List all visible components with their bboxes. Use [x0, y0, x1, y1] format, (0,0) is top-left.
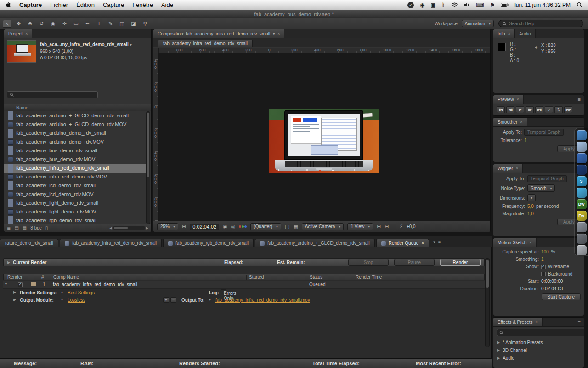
- mask-visibility-icon[interactable]: ⊟: [385, 224, 389, 230]
- render-settings-template-link[interactable]: Best Settings: [68, 290, 95, 295]
- twirl-icon[interactable]: ▶: [497, 340, 500, 345]
- play-button[interactable]: ▶: [516, 106, 524, 113]
- project-item[interactable]: fab_academy_bus_demo_rdv_small: [4, 146, 147, 155]
- tab-composition[interactable]: Composition: fab_academy_infra_red_demo_…: [153, 29, 284, 38]
- magnitude-value[interactable]: 1,0: [527, 211, 534, 216]
- project-search-field[interactable]: [7, 91, 98, 98]
- twirl-icon[interactable]: ▾: [5, 282, 7, 286]
- shape-tool[interactable]: ▭: [72, 20, 80, 28]
- render-item-checkbox[interactable]: [18, 282, 23, 287]
- close-icon[interactable]: ×: [516, 166, 518, 171]
- project-column-header[interactable]: Name: [4, 104, 151, 111]
- interpret-footage-icon[interactable]: ≣: [7, 225, 11, 230]
- capture-speed-value[interactable]: 100: [541, 249, 549, 254]
- scrollbar-thumb[interactable]: [486, 260, 489, 288]
- keyboard-input-icon[interactable]: ⌨: [476, 2, 484, 8]
- check-status-icon[interactable]: ✓: [407, 2, 414, 8]
- panel-menu-icon[interactable]: ≡: [575, 119, 584, 125]
- twirl-icon[interactable]: ▶: [13, 290, 16, 294]
- smoothing-value[interactable]: 1: [541, 257, 544, 262]
- effects-search-input[interactable]: [506, 330, 584, 335]
- orbit-camera-tool[interactable]: ↺: [37, 20, 46, 28]
- search-help-field[interactable]: [498, 20, 583, 27]
- eraser-tool[interactable]: ◪: [129, 20, 138, 28]
- scrollbar-thumb[interactable]: [147, 113, 149, 177]
- project-item[interactable]: fab_academy_infra_red_demo_rdv_small: [4, 164, 147, 172]
- project-item[interactable]: fab_academy_lcd_demo_rdv.MOV: [4, 190, 147, 199]
- close-icon[interactable]: ×: [25, 31, 28, 36]
- remove-output-module-button[interactable]: −: [170, 297, 176, 303]
- apple-menu-icon[interactable]: [6, 2, 11, 8]
- camera-dropdown[interactable]: Active Camera ▾: [302, 223, 344, 230]
- type-tool[interactable]: T: [95, 20, 103, 28]
- tab-project[interactable]: Project ×: [4, 29, 32, 38]
- scrollbar-thumb[interactable]: [114, 227, 128, 229]
- project-search-input[interactable]: [16, 92, 95, 98]
- panel-menu-icon[interactable]: ≡: [575, 31, 584, 36]
- flowchart-icon[interactable]: ⚡: [399, 224, 403, 230]
- chevron-down-icon[interactable]: ▾: [273, 32, 275, 36]
- project-item[interactable]: fab_academy_arduino_demo_rdv.MOV: [4, 138, 147, 146]
- menu-item[interactable]: Édition: [76, 1, 95, 8]
- resolution-dropdown[interactable]: (Quarter) ▾: [250, 223, 281, 230]
- tab-timeline[interactable]: fab_academy_rgb_demo_rdv_small: [163, 239, 254, 247]
- panel-menu-icon[interactable]: ≡: [481, 31, 490, 36]
- tab-wiggler[interactable]: Wiggler ×: [493, 164, 523, 172]
- new-composition-icon[interactable]: ▦: [23, 225, 27, 230]
- timeline-icon[interactable]: ≡: [393, 224, 396, 230]
- magnification-dropdown[interactable]: 25% ▾: [157, 223, 178, 230]
- panel-menu-icon[interactable]: ≡: [438, 240, 441, 244]
- project-item[interactable]: fab_academy_light_demo_rdv.MOV: [4, 207, 147, 216]
- project-item[interactable]: fab_academy_lcd_demo_rdv_small: [4, 181, 147, 190]
- exposure-value[interactable]: +0,0: [407, 224, 416, 229]
- output-module-template-link[interactable]: Lossless: [68, 298, 85, 303]
- loop-button[interactable]: ↻: [554, 106, 563, 113]
- search-help-input[interactable]: [509, 21, 580, 26]
- tab-preview[interactable]: Preview ×: [493, 95, 524, 104]
- stop-button[interactable]: Stop: [348, 259, 389, 266]
- accessibility-icon[interactable]: ◉: [420, 2, 424, 8]
- workspace-dropdown[interactable]: Animation ▾: [462, 20, 494, 27]
- puppet-pin-tool[interactable]: ⚲: [141, 20, 149, 28]
- scroll-left-icon[interactable]: ◀: [109, 226, 112, 230]
- brush-tool[interactable]: ✎: [106, 20, 115, 28]
- render-queue-scrollbar[interactable]: [485, 258, 490, 347]
- current-time-display[interactable]: 0:02:04:02: [190, 224, 219, 230]
- menu-item[interactable]: Fenêtre: [132, 1, 153, 8]
- tab-timeline[interactable]: fab_academy_arduino_+_GLCD_demo_rdv_smal…: [255, 239, 375, 247]
- panel-menu-icon[interactable]: ≡: [575, 97, 584, 102]
- display-icon[interactable]: ▣: [431, 2, 436, 8]
- tab-timeline[interactable]: fab_academy_infra_red_demo_rdv_small: [60, 239, 162, 247]
- wifi-icon[interactable]: [451, 2, 458, 7]
- pen-tool[interactable]: ✒: [83, 20, 92, 28]
- scroll-right-icon[interactable]: ▶: [146, 226, 148, 230]
- dock-app-gray-1[interactable]: [577, 222, 587, 232]
- bluetooth-icon[interactable]: ᛒ: [442, 2, 445, 8]
- project-item[interactable]: fab_academy_arduino_demo_rdv_small: [4, 129, 147, 138]
- background-checkbox[interactable]: [541, 272, 546, 276]
- tab-info[interactable]: Info ×: [493, 29, 515, 38]
- dimensions-dropdown[interactable]: ▾: [527, 194, 536, 201]
- close-icon[interactable]: ×: [517, 97, 519, 102]
- close-icon[interactable]: ×: [508, 31, 510, 36]
- pan-behind-tool[interactable]: ✛: [60, 20, 69, 28]
- render-queue-column-header[interactable]: Render # Comp Name Started Status Render…: [3, 274, 485, 280]
- close-icon[interactable]: ×: [536, 320, 538, 324]
- close-icon[interactable]: ×: [520, 120, 522, 124]
- window-titlebar[interactable]: fab_academy_bus_demo_rdv.aep *: [0, 10, 588, 18]
- add-output-module-button[interactable]: +: [163, 297, 169, 303]
- effects-search-field[interactable]: [497, 329, 584, 336]
- audio-toggle-button[interactable]: ♪: [545, 106, 553, 113]
- track-camera-tool[interactable]: ◉: [49, 20, 57, 28]
- dock-app-gray-3[interactable]: [577, 245, 587, 255]
- project-item[interactable]: fab_academy_light_demo_rdv_small: [4, 199, 147, 207]
- show-snapshot-icon[interactable]: ◎: [231, 224, 236, 230]
- dock-app-gray-2[interactable]: [577, 234, 587, 244]
- viewer-tab[interactable]: fab_academy_infra_red_demo_rdv_small: [158, 40, 253, 47]
- dock-app-light-blue[interactable]: [577, 142, 587, 152]
- tolerance-value[interactable]: 1: [524, 138, 527, 143]
- twirl-icon[interactable]: ▶: [7, 260, 10, 264]
- dock-app-blue-globe[interactable]: [577, 130, 587, 140]
- frequency-value[interactable]: 5,0: [527, 204, 534, 209]
- tab-audio[interactable]: Audio: [515, 29, 536, 38]
